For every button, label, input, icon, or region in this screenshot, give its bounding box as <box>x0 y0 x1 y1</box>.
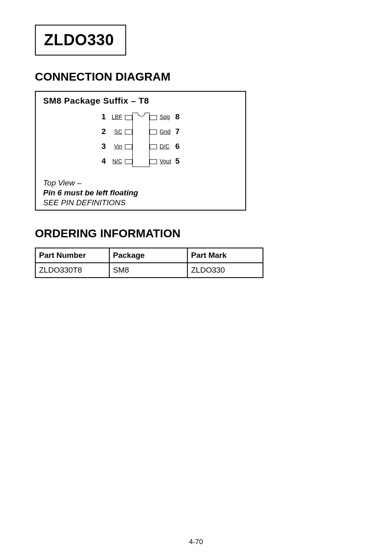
chip-body <box>132 113 150 167</box>
pin-number: 1 <box>99 112 106 121</box>
pin-row: Spg 8 <box>159 111 183 122</box>
pin-leg-icon <box>125 130 132 134</box>
pin-number: 7 <box>175 127 183 136</box>
pin-label: N/C <box>108 158 122 164</box>
ordering-heading: ORDERING INFORMATION <box>35 227 361 240</box>
page-container: ZLDO330 CONNECTION DIAGRAM SM8 Package S… <box>0 0 392 556</box>
pin-label: Vin <box>108 143 122 150</box>
page-number: 4-70 <box>0 538 392 546</box>
pin-row: 2 SC <box>99 126 123 137</box>
header-package: Package <box>109 248 187 263</box>
pin-label: SC <box>108 128 122 135</box>
pin-leg-icon <box>125 159 132 164</box>
pin-label: Gnd <box>160 128 174 135</box>
pin-number: 6 <box>175 142 183 151</box>
connection-notes: Top View – Pin 6 must be left floating S… <box>43 178 238 207</box>
pin-row: 4 N/C <box>99 156 123 167</box>
pin-leg-icon <box>150 144 157 149</box>
pin-column-right: Spg 8 Gnd 7 D/C 6 Vout 5 <box>159 111 183 167</box>
pin-label: Spg <box>160 114 174 120</box>
pin-row: 1 LBF <box>99 111 123 122</box>
part-title: ZLDO330 <box>44 31 114 49</box>
connection-diagram-box: SM8 Package Suffix – T8 1 LBF 2 SC 3 <box>35 91 246 211</box>
cell-part-number: ZLDO330T8 <box>35 263 109 278</box>
pin-leg-icon <box>125 115 132 120</box>
pin-number: 3 <box>99 142 106 151</box>
note-line: Top View – <box>43 178 238 188</box>
pin-row: D/C 6 <box>159 141 183 152</box>
pin-label: LBF <box>108 114 122 120</box>
note-line: SEE PIN DEFINITIONS <box>43 198 238 208</box>
part-title-box: ZLDO330 <box>35 25 126 56</box>
pin-row: Gnd 7 <box>159 126 183 137</box>
pin-leg-icon <box>150 159 157 164</box>
pin-leg-icon <box>150 115 157 120</box>
ordering-table: Part Number Package Part Mark ZLDO330T8 … <box>35 248 263 278</box>
table-row: ZLDO330T8 SM8 ZLDO330 <box>35 263 263 278</box>
chip-outline <box>125 111 157 168</box>
pin-row: 3 Vin <box>99 141 123 152</box>
pin-column-left: 1 LBF 2 SC 3 Vin 4 N/C <box>99 111 123 167</box>
connection-box-title: SM8 Package Suffix – T8 <box>43 96 238 106</box>
table-header-row: Part Number Package Part Mark <box>35 248 263 263</box>
pin-label: D/C <box>160 143 174 150</box>
cell-part-mark: ZLDO330 <box>187 263 263 278</box>
pin-row: Vout 5 <box>159 156 183 167</box>
pin-label: Vout <box>160 158 174 164</box>
pin-leg-icon <box>150 130 157 134</box>
package-wrap: 1 LBF 2 SC 3 Vin 4 N/C <box>99 111 183 168</box>
header-part-number: Part Number <box>35 248 109 263</box>
pin-number: 8 <box>175 112 183 121</box>
note-line-bold: Pin 6 must be left floating <box>43 188 238 198</box>
pin-leg-icon <box>125 144 132 149</box>
package-diagram: 1 LBF 2 SC 3 Vin 4 N/C <box>43 111 238 168</box>
pin-number: 5 <box>175 157 183 166</box>
connection-heading: CONNECTION DIAGRAM <box>35 70 361 83</box>
header-part-mark: Part Mark <box>187 248 263 263</box>
pin-number: 2 <box>99 127 106 136</box>
cell-package: SM8 <box>109 263 187 278</box>
pin-number: 4 <box>99 157 106 166</box>
